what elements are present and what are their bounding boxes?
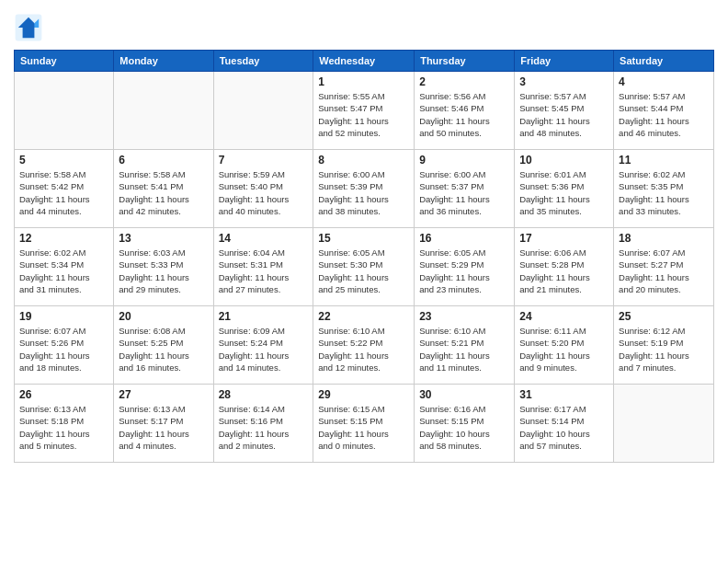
day-number: 12 [19,232,108,245]
calendar-cell: 5Sunrise: 5:58 AM Sunset: 5:42 PM Daylig… [15,150,114,228]
day-number: 18 [619,232,709,245]
day-info: Sunrise: 6:12 AM Sunset: 5:19 PM Dayligh… [619,325,709,373]
weekday-monday: Monday [114,51,213,72]
calendar-cell [614,385,714,463]
calendar-cell: 27Sunrise: 6:13 AM Sunset: 5:17 PM Dayli… [114,385,213,463]
calendar-cell [213,72,313,150]
week-row-4: 26Sunrise: 6:13 AM Sunset: 5:18 PM Dayli… [15,385,714,463]
calendar-cell: 16Sunrise: 6:05 AM Sunset: 5:29 PM Dayli… [415,228,515,306]
calendar-table: SundayMondayTuesdayWednesdayThursdayFrid… [14,50,714,463]
day-info: Sunrise: 5:58 AM Sunset: 5:42 PM Dayligh… [19,168,108,217]
day-info: Sunrise: 6:17 AM Sunset: 5:14 PM Dayligh… [519,403,609,452]
calendar-cell: 17Sunrise: 6:06 AM Sunset: 5:28 PM Dayli… [515,228,614,306]
calendar-cell: 26Sunrise: 6:13 AM Sunset: 5:18 PM Dayli… [15,385,114,463]
day-number: 3 [519,75,609,88]
day-number: 10 [519,154,609,167]
day-number: 29 [318,388,409,401]
day-number: 15 [318,232,409,245]
page: SundayMondayTuesdayWednesdayThursdayFrid… [0,0,728,563]
day-number: 30 [419,388,509,401]
day-info: Sunrise: 6:10 AM Sunset: 5:21 PM Dayligh… [419,325,509,373]
day-number: 13 [119,232,208,245]
day-number: 4 [619,75,709,88]
calendar-cell: 28Sunrise: 6:14 AM Sunset: 5:16 PM Dayli… [213,385,313,463]
day-number: 23 [419,310,509,323]
day-info: Sunrise: 6:06 AM Sunset: 5:28 PM Dayligh… [519,247,609,295]
day-info: Sunrise: 5:57 AM Sunset: 5:45 PM Dayligh… [519,90,609,139]
day-number: 20 [119,310,208,323]
calendar-cell: 7Sunrise: 5:59 AM Sunset: 5:40 PM Daylig… [213,150,313,228]
calendar-cell: 31Sunrise: 6:17 AM Sunset: 5:14 PM Dayli… [515,385,614,463]
day-info: Sunrise: 6:01 AM Sunset: 5:36 PM Dayligh… [519,168,609,217]
day-info: Sunrise: 5:56 AM Sunset: 5:46 PM Dayligh… [419,90,509,139]
week-row-3: 19Sunrise: 6:07 AM Sunset: 5:26 PM Dayli… [15,306,714,385]
day-info: Sunrise: 6:13 AM Sunset: 5:18 PM Dayligh… [19,403,108,452]
calendar-cell: 9Sunrise: 6:00 AM Sunset: 5:37 PM Daylig… [415,150,515,228]
calendar-cell: 2Sunrise: 5:56 AM Sunset: 5:46 PM Daylig… [415,72,515,150]
day-number: 17 [519,232,609,245]
logo [14,13,47,42]
week-row-2: 12Sunrise: 6:02 AM Sunset: 5:34 PM Dayli… [15,228,714,306]
day-number: 14 [219,232,309,245]
day-info: Sunrise: 6:04 AM Sunset: 5:31 PM Dayligh… [219,247,309,295]
calendar-cell: 10Sunrise: 6:01 AM Sunset: 5:36 PM Dayli… [515,150,614,228]
logo-icon [14,13,43,42]
day-number: 28 [219,388,309,401]
calendar-cell [15,72,114,150]
week-row-0: 1Sunrise: 5:55 AM Sunset: 5:47 PM Daylig… [15,72,714,150]
day-info: Sunrise: 6:07 AM Sunset: 5:27 PM Dayligh… [619,247,709,295]
calendar-cell: 29Sunrise: 6:15 AM Sunset: 5:15 PM Dayli… [313,385,415,463]
day-number: 6 [119,154,208,167]
day-number: 27 [119,388,208,401]
day-number: 26 [19,388,108,401]
day-number: 7 [219,154,309,167]
day-info: Sunrise: 6:05 AM Sunset: 5:29 PM Dayligh… [419,247,509,295]
day-number: 2 [419,75,509,88]
day-info: Sunrise: 6:00 AM Sunset: 5:39 PM Dayligh… [318,168,409,217]
day-number: 8 [318,154,409,167]
calendar-cell: 24Sunrise: 6:11 AM Sunset: 5:20 PM Dayli… [515,306,614,385]
calendar-cell: 15Sunrise: 6:05 AM Sunset: 5:30 PM Dayli… [313,228,415,306]
day-info: Sunrise: 6:03 AM Sunset: 5:33 PM Dayligh… [119,247,208,295]
calendar-cell: 22Sunrise: 6:10 AM Sunset: 5:22 PM Dayli… [313,306,415,385]
day-number: 1 [318,75,409,88]
calendar-cell: 11Sunrise: 6:02 AM Sunset: 5:35 PM Dayli… [614,150,714,228]
calendar-cell: 20Sunrise: 6:08 AM Sunset: 5:25 PM Dayli… [114,306,213,385]
day-number: 16 [419,232,509,245]
day-info: Sunrise: 6:14 AM Sunset: 5:16 PM Dayligh… [219,403,309,452]
calendar-cell: 14Sunrise: 6:04 AM Sunset: 5:31 PM Dayli… [213,228,313,306]
day-number: 9 [419,154,509,167]
calendar-cell: 3Sunrise: 5:57 AM Sunset: 5:45 PM Daylig… [515,72,614,150]
calendar-cell: 25Sunrise: 6:12 AM Sunset: 5:19 PM Dayli… [614,306,714,385]
day-info: Sunrise: 6:08 AM Sunset: 5:25 PM Dayligh… [119,325,208,373]
day-info: Sunrise: 6:07 AM Sunset: 5:26 PM Dayligh… [19,325,108,373]
day-info: Sunrise: 6:15 AM Sunset: 5:15 PM Dayligh… [318,403,409,452]
calendar-cell [114,72,213,150]
calendar-cell: 23Sunrise: 6:10 AM Sunset: 5:21 PM Dayli… [415,306,515,385]
day-info: Sunrise: 6:05 AM Sunset: 5:30 PM Dayligh… [318,247,409,295]
day-info: Sunrise: 6:02 AM Sunset: 5:35 PM Dayligh… [619,168,709,217]
day-info: Sunrise: 6:11 AM Sunset: 5:20 PM Dayligh… [519,325,609,373]
weekday-wednesday: Wednesday [313,51,415,72]
weekday-sunday: Sunday [15,51,114,72]
day-number: 24 [519,310,609,323]
day-info: Sunrise: 6:09 AM Sunset: 5:24 PM Dayligh… [219,325,309,373]
day-info: Sunrise: 6:13 AM Sunset: 5:17 PM Dayligh… [119,403,208,452]
day-info: Sunrise: 5:58 AM Sunset: 5:41 PM Dayligh… [119,168,208,217]
weekday-thursday: Thursday [415,51,515,72]
calendar-cell: 6Sunrise: 5:58 AM Sunset: 5:41 PM Daylig… [114,150,213,228]
day-info: Sunrise: 6:00 AM Sunset: 5:37 PM Dayligh… [419,168,509,217]
week-row-1: 5Sunrise: 5:58 AM Sunset: 5:42 PM Daylig… [15,150,714,228]
calendar-cell: 18Sunrise: 6:07 AM Sunset: 5:27 PM Dayli… [614,228,714,306]
day-info: Sunrise: 5:59 AM Sunset: 5:40 PM Dayligh… [219,168,309,217]
day-info: Sunrise: 6:10 AM Sunset: 5:22 PM Dayligh… [318,325,409,373]
header [14,9,714,42]
day-info: Sunrise: 5:55 AM Sunset: 5:47 PM Dayligh… [318,90,409,139]
day-number: 5 [19,154,108,167]
day-number: 21 [219,310,309,323]
weekday-saturday: Saturday [614,51,714,72]
calendar-cell: 30Sunrise: 6:16 AM Sunset: 5:15 PM Dayli… [415,385,515,463]
day-number: 25 [619,310,709,323]
calendar-cell: 13Sunrise: 6:03 AM Sunset: 5:33 PM Dayli… [114,228,213,306]
weekday-friday: Friday [515,51,614,72]
